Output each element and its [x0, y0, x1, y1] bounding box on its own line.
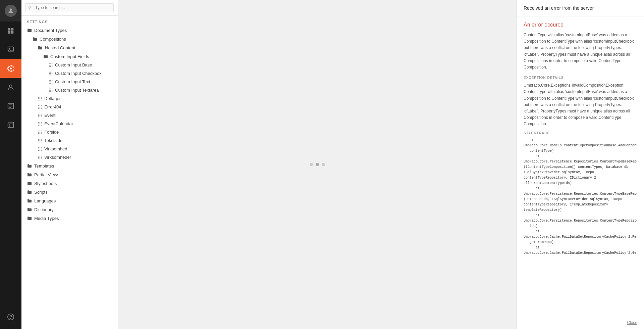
- tree-item[interactable]: Virksomhed: [21, 145, 118, 153]
- svg-rect-78: [40, 116, 40, 117]
- svg-rect-3: [8, 31, 10, 34]
- error-body: An error occured ContentType with alias …: [517, 16, 644, 316]
- svg-rect-93: [40, 132, 40, 132]
- svg-rect-104: [38, 141, 39, 142]
- nav-item-forms[interactable]: [0, 97, 21, 115]
- tree-item[interactable]: Languages: [21, 196, 118, 205]
- avatar-circle: [5, 5, 17, 17]
- tree-item[interactable]: Nested Content: [21, 43, 118, 52]
- svg-rect-111: [40, 148, 40, 149]
- tree-item[interactable]: Dictionary: [21, 205, 118, 214]
- svg-rect-117: [40, 155, 40, 156]
- tree-item[interactable]: Scripts: [21, 188, 118, 196]
- tree-item[interactable]: Custom Input Checkbox: [21, 69, 118, 78]
- tree-item[interactable]: Compositions: [21, 35, 118, 43]
- svg-rect-83: [38, 123, 39, 124]
- search-input[interactable]: [25, 3, 114, 12]
- tree-item[interactable]: Custom Input Textarea: [21, 86, 118, 94]
- tree-item[interactable]: Custom Input Fields: [21, 52, 118, 61]
- svg-rect-37: [52, 80, 52, 81]
- tree-item[interactable]: Templates: [21, 161, 118, 170]
- nav-item-media[interactable]: [0, 40, 21, 59]
- svg-rect-82: [41, 122, 42, 123]
- tree-item[interactable]: EventCalendar: [21, 120, 118, 128]
- svg-rect-61: [41, 99, 42, 100]
- error-panel-header: Received an error from the server: [517, 0, 644, 16]
- svg-rect-87: [40, 125, 40, 125]
- nav-item-content[interactable]: [0, 21, 21, 40]
- svg-rect-53: [38, 97, 39, 97]
- tree-item[interactable]: Stylesheets: [21, 179, 118, 188]
- svg-rect-80: [38, 122, 39, 123]
- svg-rect-60: [40, 99, 40, 100]
- svg-rect-118: [41, 155, 42, 156]
- svg-rect-113: [38, 150, 39, 150]
- svg-rect-88: [41, 125, 42, 125]
- svg-rect-84: [40, 123, 40, 124]
- svg-rect-77: [38, 116, 39, 117]
- svg-rect-114: [40, 150, 40, 150]
- svg-rect-20: [49, 64, 50, 65]
- svg-rect-44: [49, 88, 50, 89]
- svg-rect-57: [40, 98, 40, 99]
- svg-rect-21: [50, 64, 51, 65]
- nav-item-help[interactable]: [0, 308, 21, 326]
- svg-rect-96: [40, 133, 40, 134]
- svg-rect-33: [50, 74, 51, 75]
- error-description: ContentType with alias 'customInputBase'…: [524, 32, 637, 70]
- svg-rect-65: [38, 106, 39, 107]
- svg-rect-64: [41, 105, 42, 106]
- tree-item[interactable]: Forside: [21, 128, 118, 136]
- svg-rect-69: [40, 108, 40, 108]
- svg-point-7: [9, 85, 12, 87]
- tree-item[interactable]: Custom Input Text: [21, 78, 118, 86]
- tree-item[interactable]: Media Types: [21, 214, 118, 223]
- close-button[interactable]: Close: [627, 320, 637, 325]
- nav-item-translations[interactable]: [0, 115, 21, 134]
- tree-item[interactable]: Deltager: [21, 94, 118, 103]
- svg-rect-75: [40, 115, 40, 115]
- svg-rect-72: [40, 113, 40, 114]
- svg-rect-101: [38, 140, 39, 141]
- nav-item-settings[interactable]: [0, 59, 21, 78]
- avatar[interactable]: [0, 0, 21, 21]
- svg-rect-92: [38, 132, 39, 132]
- tree-item[interactable]: Custom Input Base: [21, 61, 118, 69]
- stacktrace-label: STACKTRACE: [524, 131, 637, 135]
- svg-rect-105: [40, 141, 40, 142]
- svg-rect-25: [52, 66, 52, 66]
- svg-rect-74: [38, 115, 39, 115]
- svg-rect-38: [49, 81, 50, 82]
- svg-rect-35: [49, 80, 50, 81]
- svg-rect-100: [41, 139, 42, 139]
- svg-rect-121: [41, 157, 42, 157]
- svg-rect-32: [49, 74, 50, 75]
- svg-rect-48: [50, 90, 51, 90]
- svg-rect-24: [50, 66, 51, 66]
- tree-item[interactable]: Event: [21, 111, 118, 120]
- svg-rect-109: [41, 147, 42, 148]
- tree-item[interactable]: Tekstside: [21, 136, 118, 145]
- exception-text: Umbraco.Core.Exceptions.InvalidCompositi…: [524, 82, 637, 127]
- svg-rect-62: [38, 105, 39, 106]
- svg-rect-49: [52, 90, 52, 90]
- tree-container: Document TypesCompositionsNested Content…: [21, 26, 118, 223]
- nav-bar: [0, 0, 21, 329]
- svg-rect-123: [40, 158, 40, 159]
- svg-rect-17: [49, 63, 50, 64]
- tree-item[interactable]: Error404: [21, 103, 118, 111]
- svg-rect-103: [41, 140, 42, 141]
- tree-item[interactable]: Document Types: [21, 26, 118, 35]
- error-title: An error occured: [524, 22, 637, 28]
- svg-rect-28: [52, 72, 52, 72]
- svg-rect-52: [52, 91, 52, 92]
- svg-rect-76: [41, 115, 42, 115]
- nav-item-users[interactable]: [0, 78, 21, 97]
- loading-dots: [310, 163, 325, 166]
- svg-rect-102: [40, 140, 40, 141]
- nav-bottom: [0, 308, 21, 326]
- tree-item[interactable]: Virksomheder: [21, 153, 118, 161]
- svg-point-6: [9, 48, 10, 49]
- tree-item[interactable]: Partial Views: [21, 170, 118, 179]
- stacktrace-text: at Umbraco.Core.Models.ContentTypeCompos…: [524, 138, 637, 256]
